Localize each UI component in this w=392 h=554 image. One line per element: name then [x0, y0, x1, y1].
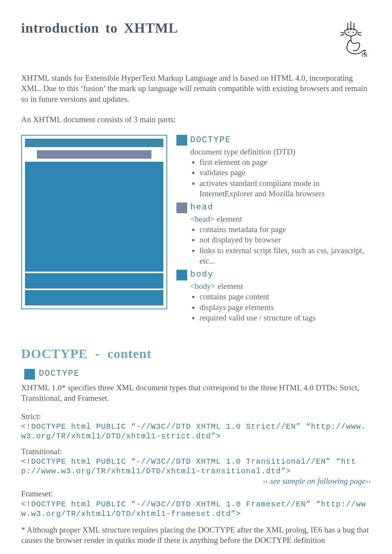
doctype-label-row: DOCTYPE — [176, 135, 371, 146]
body-bullet-1: contains page content — [199, 292, 371, 302]
doctype-bullets: first element on page validates page act… — [199, 157, 371, 199]
frameset-code: <!DOCTYPE html PUBLIC “-//W3C//DTD XHTML… — [21, 499, 371, 519]
diagram-body-bar-small-2 — [25, 290, 163, 305]
body-desc: <body> element — [190, 281, 371, 292]
head-bullet-2: not displayed by browser — [199, 235, 371, 245]
title-part-intro: introduction to — [21, 20, 124, 36]
diagram-legend: DOCTYPE document type definition (DTD) f… — [176, 135, 371, 326]
body-desc-suffix: element — [216, 282, 243, 291]
svg-text:OI: OI — [362, 52, 367, 58]
doctype-bullet-3: activates standard compliant mode in Int… — [199, 178, 371, 199]
body-tag: <body> — [190, 282, 216, 291]
head-bullets: contains metadata for page not displayed… — [199, 224, 371, 266]
diagram-head-bar — [37, 150, 152, 159]
doctype-section-label-row: DOCTYPE — [24, 368, 371, 380]
diagram-doctype-bar — [25, 139, 163, 147]
strict-label: Strict: — [21, 411, 371, 422]
svg-point-0 — [348, 32, 349, 33]
strict-code: <!DOCTYPE html PUBLIC “-//W3C//DTD XHTML… — [21, 422, 371, 441]
title-part-xhtml: XHTML — [124, 20, 178, 36]
frameset-label: Frameset: — [21, 489, 371, 499]
doctype-desc: document type definition (DTD) — [190, 147, 371, 157]
doctype-bullet-1: first element on page — [199, 157, 371, 168]
doctype-bullet-2: validates page — [199, 168, 371, 178]
cat-logo-icon: OI — [340, 19, 371, 58]
head-desc-suffix: element — [214, 214, 242, 224]
head-bullet-1: contains metadata for page — [199, 224, 371, 235]
doctype-section-label: DOCTYPE — [39, 368, 80, 380]
body-label: body — [190, 269, 214, 280]
transitional-label: Transitional: — [21, 446, 371, 457]
head-label-row: head — [176, 202, 371, 213]
head-label: head — [190, 202, 214, 213]
body-bullet-2: displays page elements — [199, 302, 371, 313]
see-sample-note: ›› see sample on following page›› — [21, 476, 371, 486]
head-tag: <head> — [190, 214, 214, 224]
svg-point-1 — [353, 32, 354, 33]
head-desc: <head> element — [190, 214, 371, 224]
transitional-code: <!DOCTYPE html PUBLIC “-//W3C//DTD XHTML… — [21, 457, 371, 476]
body-bullet-3: required valid use / structure of tags — [199, 313, 371, 323]
section-doctype-title: DOCTYPE - content — [21, 345, 371, 362]
head-bullet-3: links to external script files, such as … — [199, 245, 371, 267]
footnote: * Although proper XML structure requires… — [21, 525, 371, 546]
doctype-label: DOCTYPE — [190, 135, 231, 146]
diagram-body-bar-large — [25, 162, 163, 272]
body-label-row: body — [176, 269, 371, 280]
header-row: introduction to XHTML OI — [21, 19, 371, 58]
body-bullets: contains page content displays page elem… — [199, 292, 371, 323]
doctype-swatch-icon-2 — [24, 369, 35, 380]
diagram-row: DOCTYPE document type definition (DTD) f… — [21, 135, 371, 326]
doctype-swatch-icon — [176, 135, 187, 146]
document-structure-diagram — [21, 135, 167, 309]
doctype-section-intro: XHTML 1.0* specifies three XML document … — [21, 383, 371, 404]
diagram-body-bar-small-1 — [25, 273, 163, 289]
intro-paragraph: XHTML stands for Extensible HyperText Ma… — [21, 73, 371, 104]
subintro-paragraph: An XHTML document consists of 3 main par… — [21, 114, 371, 125]
head-swatch-icon — [176, 202, 187, 213]
body-swatch-icon — [176, 270, 187, 280]
page-title: introduction to XHTML — [21, 19, 178, 37]
